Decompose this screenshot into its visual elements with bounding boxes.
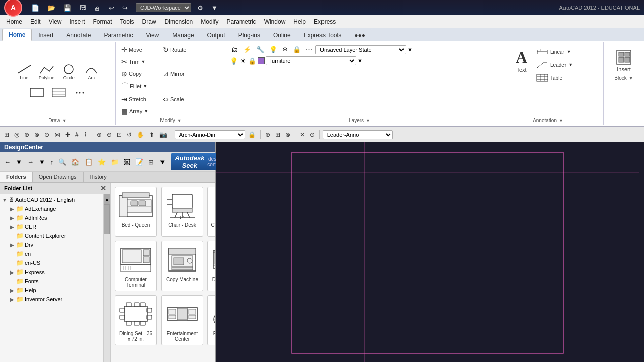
expand-help[interactable]: ▶ <box>10 288 16 293</box>
furniture-item-bed-queen[interactable]: Bed - Queen <box>115 187 157 237</box>
menu-format[interactable]: Format <box>89 17 116 26</box>
dc-back-arrow[interactable]: ▼ <box>14 157 24 167</box>
save-button[interactable]: 💾 <box>61 3 73 13</box>
tree-item-adlmres[interactable]: ▶ 📁 AdlmRes <box>0 213 103 222</box>
dyn-button[interactable]: ⋈ <box>52 130 62 140</box>
leader-button[interactable]: Leader ▼ <box>534 59 584 70</box>
dc-up[interactable]: ↑ <box>48 157 56 167</box>
menu-insert[interactable]: Insert <box>66 17 89 26</box>
print-button[interactable]: 🖨 <box>92 3 103 13</box>
tab-express-tools[interactable]: Express Tools <box>297 29 348 41</box>
dc-views-arrow[interactable]: ▼ <box>157 157 168 167</box>
furniture-item-chair-rocking[interactable]: Chair - Rocking <box>207 187 215 237</box>
menu-dimension[interactable]: Dimension <box>160 17 197 26</box>
dc-tab-folders[interactable]: Folders <box>0 172 33 182</box>
hatch-button[interactable] <box>49 86 69 99</box>
tree-item-content-explorer[interactable]: 📁 Content Explorer <box>0 231 103 240</box>
folder-close-button[interactable]: ✕ <box>100 184 106 192</box>
modify-label[interactable]: Modify ▼ <box>160 118 181 123</box>
line-button[interactable]: Line <box>14 62 34 82</box>
dc-views[interactable]: ⊞ <box>146 157 156 167</box>
snap2d[interactable]: ⊕ <box>263 130 272 140</box>
arc-button[interactable]: Arc <box>81 62 101 82</box>
draw-label[interactable]: Draw ▼ <box>48 118 66 123</box>
layer-sun-icon[interactable]: 💡 <box>229 57 238 65</box>
drawing-canvas[interactable] <box>216 142 644 362</box>
fillet-button[interactable]: ⌒Fillet ▼ <box>119 80 154 93</box>
move-button[interactable]: ✛Move <box>119 44 159 55</box>
menu-help[interactable]: Help <box>289 17 310 26</box>
menu-view[interactable]: View <box>45 17 66 26</box>
anno-scale-lock[interactable]: 🔒 <box>246 130 258 140</box>
anno-scale-dropdown[interactable]: Arch-Anno-Din <box>175 130 245 139</box>
otrack-button[interactable]: ⊗ <box>32 130 41 140</box>
3d-snap[interactable]: ⌇ <box>82 130 89 140</box>
tab-view[interactable]: View <box>139 29 166 41</box>
zoom-out[interactable]: ⊖ <box>105 130 114 140</box>
tab-manage[interactable]: Manage <box>166 29 200 41</box>
tab-annotate[interactable]: Annotate <box>60 29 97 41</box>
layer-lock-icon[interactable]: 🔒 <box>248 57 257 65</box>
dc-search[interactable]: 🔍 <box>56 157 68 167</box>
linear-button[interactable]: Linear ▼ <box>534 46 584 57</box>
tab-plugins[interactable]: Plug-ins <box>232 29 267 41</box>
circle-button[interactable]: Circle <box>59 62 79 82</box>
furniture-item-desk-30x60[interactable]: Desk - 30 x 60 in. <box>207 241 215 291</box>
dc-home[interactable]: 🏠 <box>69 157 82 167</box>
stretch-button[interactable]: ⇥Stretch <box>119 94 159 105</box>
tab-more[interactable]: ●●● <box>348 29 372 41</box>
layer-state-dropdown[interactable]: Unsaved Layer State <box>315 45 406 54</box>
copy-button[interactable]: ⊕Copy <box>119 68 159 79</box>
saveas-button[interactable]: 🖫 <box>77 3 88 13</box>
polar-button[interactable]: ◎ <box>12 130 21 140</box>
menu-tools[interactable]: Tools <box>116 17 138 26</box>
layer-name-expand[interactable]: ▼ <box>357 58 363 64</box>
furniture-item-exercise-bike[interactable]: Exercise Bike <box>207 295 215 345</box>
rectangle-button[interactable] <box>27 86 47 99</box>
tree-item-cer[interactable]: ▶ 📁 CER <box>0 222 103 231</box>
menu-express[interactable]: Express <box>310 17 340 26</box>
workspace-selector[interactable]: CJD-Workspace <box>136 3 191 12</box>
camera-button[interactable]: 📷 <box>157 130 169 140</box>
furniture-item-dining-set[interactable]: Dining Set - 36 x 72 in. <box>115 295 157 345</box>
zoom-in[interactable]: ⊕ <box>95 130 104 140</box>
furniture-item-chair-desk[interactable]: Chair - Desk <box>161 187 203 237</box>
workspace-dropdown[interactable]: ▼ <box>209 3 220 13</box>
tab-home[interactable]: Home <box>2 29 32 41</box>
expand-adexchange[interactable]: ▶ <box>10 206 16 212</box>
more-draw[interactable] <box>71 86 89 99</box>
undo-button[interactable]: ↩ <box>107 3 116 13</box>
menu-window[interactable]: Window <box>260 17 290 26</box>
layer-name-dropdown[interactable]: furniture <box>266 56 356 65</box>
layer-freeze-btn[interactable]: ✕ <box>298 130 307 140</box>
workspace-settings[interactable]: ⚙ <box>195 3 205 13</box>
snap-track[interactable]: ⊗ <box>283 130 292 140</box>
layer-iso-btn[interactable]: ⊙ <box>308 130 317 140</box>
layer-on-button[interactable]: 💡 <box>267 44 279 55</box>
folder-tree[interactable]: ▼ 🖥 AutoCAD 2012 - English ▶ 📁 AdExchang… <box>0 194 103 362</box>
layer-freeze-button[interactable]: ❄ <box>280 44 290 55</box>
tree-item-adexchange[interactable]: ▶ 📁 AdExchange <box>0 204 103 213</box>
tab-parametric[interactable]: Parametric <box>97 29 139 41</box>
open-button[interactable]: 📂 <box>45 3 57 13</box>
tree-item-enus[interactable]: 📁 en-US <box>0 258 103 267</box>
furniture-item-computer-terminal[interactable]: Computer Terminal <box>115 241 157 291</box>
pan-button[interactable]: ✋ <box>135 130 146 140</box>
folder-scrollbar[interactable]: ▲ ▼ <box>103 194 110 362</box>
layer-color-swatch[interactable] <box>258 57 265 64</box>
tab-online[interactable]: Online <box>267 29 297 41</box>
furniture-item-entertainment-center[interactable]: Entertainment Center <box>161 295 203 345</box>
expand-express[interactable]: ▶ <box>10 269 16 275</box>
tab-insert[interactable]: Insert <box>32 29 60 41</box>
tree-item-fonts[interactable]: 📁 Fonts <box>0 277 103 286</box>
snap-button[interactable]: ⊞ <box>2 130 11 140</box>
layer-match-button[interactable]: 🔧 <box>254 44 266 55</box>
rotate-button[interactable]: ↻Rotate <box>160 44 200 55</box>
menu-draw[interactable]: Draw <box>138 17 160 26</box>
dc-preview[interactable]: 🖼 <box>122 157 132 167</box>
dc-tree[interactable]: 📋 <box>83 157 95 167</box>
layer-freeze-icon[interactable]: ☀ <box>239 57 247 65</box>
ducs-button[interactable]: ⊙ <box>42 130 51 140</box>
layer-more-button[interactable]: ⋯ <box>304 44 314 55</box>
orbit-button[interactable]: ↺ <box>125 130 134 140</box>
